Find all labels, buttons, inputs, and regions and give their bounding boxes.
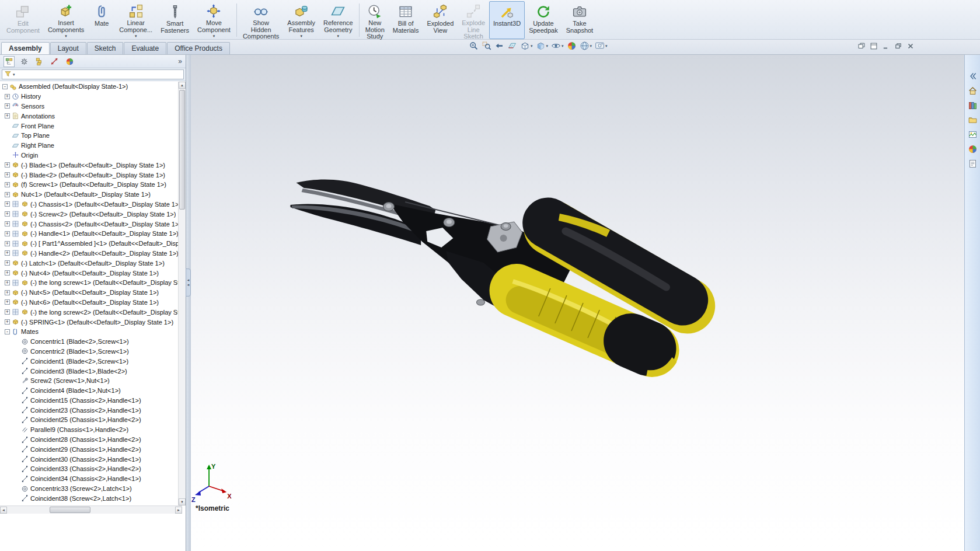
collapse-toggle[interactable]: - (5, 329, 10, 334)
propertymanager-tab[interactable] (19, 56, 30, 67)
apply-scene-button[interactable]: ▾ (579, 40, 593, 51)
tree-vertical-scrollbar[interactable]: ▲ ▼ (178, 82, 186, 505)
tab-sketch[interactable]: Sketch (87, 42, 124, 54)
tree-item[interactable]: -Assembled (Default<Display State-1>) (0, 82, 178, 92)
displaymanager-tab[interactable] (64, 56, 75, 67)
dropdown-caret-icon[interactable]: ▾ (135, 34, 137, 39)
tree-item[interactable]: +(f) Screw<1> (Default<<Default>_Display… (0, 180, 178, 190)
panel-splitter[interactable]: ◄◄ (186, 55, 191, 551)
tree-item[interactable]: +Nut<1> (Default<<Default>_Display State… (0, 190, 178, 200)
tree-item[interactable]: +History (0, 92, 178, 102)
expand-toggle[interactable]: + (5, 172, 10, 177)
section-view-button[interactable] (507, 40, 518, 51)
dropdown-caret-icon[interactable]: ▾ (300, 34, 302, 39)
file-explorer-button[interactable] (968, 115, 978, 125)
expand-toggle[interactable]: + (5, 94, 10, 99)
ribbon-button-linear-component-pattern[interactable]: LinearCompone...▾ (115, 1, 156, 39)
tree-item[interactable]: Concentric33 (Screw<2>,Latch<1>) (0, 484, 178, 494)
tree-item[interactable]: +(-) Screw<2> (Default<<Default>_Display… (0, 209, 178, 219)
ribbon-button-take-snapshot[interactable]: TakeSnapshot (562, 1, 597, 39)
tree-item[interactable]: Coincident3 (Blade<1>,Blade<2>) (0, 366, 178, 376)
tab-assembly[interactable]: Assembly (1, 42, 50, 54)
ribbon-button-new-motion-study[interactable]: NewMotionStudy (361, 1, 389, 39)
tree-item[interactable]: Top Plane (0, 131, 178, 141)
minimize-window-button[interactable] (882, 42, 890, 50)
tree-item[interactable]: Concentric2 (Blade<1>,Screw<1>) (0, 347, 178, 357)
expand-toggle[interactable]: + (5, 192, 10, 197)
view-settings-button[interactable]: ▾ (594, 40, 608, 51)
panel-overflow-button[interactable]: » (178, 57, 182, 65)
tree-item[interactable]: Coincident25 (Chassis<1>,Handle<2>) (0, 415, 178, 425)
cascade-windows-button[interactable] (857, 42, 866, 50)
tree-item[interactable]: Coincident29 (Chassis<1>,Handle<2>) (0, 444, 178, 454)
tree-item[interactable]: +(-) Chassis<1> (Default<<Default>_Displ… (0, 200, 178, 210)
expand-toggle[interactable]: + (5, 280, 10, 285)
tree-item[interactable]: Front Plane (0, 121, 178, 131)
tree-item[interactable]: Origin (0, 151, 178, 161)
tree-item[interactable]: Coincident38 (Screw<2>,Latch<1>) (0, 493, 178, 503)
tree-item[interactable]: Coincident34 (Chassis<2>,Handle<1>) (0, 474, 178, 484)
tree-item[interactable]: +Sensors (0, 102, 178, 111)
expand-task-pane-button[interactable] (968, 71, 978, 81)
tree-item[interactable]: -Mates (0, 327, 178, 337)
assembly-3d-model[interactable]: Y X Z (191, 55, 964, 551)
zoom-to-fit-button[interactable] (468, 40, 479, 51)
ribbon-button-assembly-features[interactable]: AssemblyFeatures▾ (283, 1, 319, 39)
horizontal-scroll-thumb[interactable] (50, 507, 90, 513)
scroll-down-button[interactable]: ▼ (179, 498, 186, 505)
scroll-left-button[interactable]: ◄ (0, 507, 7, 514)
edit-appearance-button[interactable] (566, 40, 577, 51)
expand-toggle[interactable]: + (5, 250, 10, 256)
ribbon-button-mate[interactable]: Mate (88, 1, 115, 39)
previous-view-button[interactable] (494, 40, 505, 51)
hide-show-items-button[interactable]: ▾ (550, 40, 564, 51)
tree-item[interactable]: +(-) the long screw<2> (Default<<Default… (0, 307, 178, 317)
expand-toggle[interactable]: + (5, 290, 10, 295)
tree-horizontal-scrollbar[interactable]: ◄ ► (0, 505, 182, 514)
ribbon-button-exploded-view[interactable]: ExplodedView (423, 1, 458, 39)
tree-item[interactable]: Coincident1 (Blade<2>,Screw<1>) (0, 356, 178, 366)
ribbon-button-smart-fasteners[interactable]: SmartFasteners (156, 1, 193, 39)
graphics-viewport[interactable]: Y X Z *Isometric (191, 55, 964, 551)
expand-toggle[interactable]: + (5, 211, 10, 217)
tree-item[interactable]: +(-) the long screw<1> (Default<<Default… (0, 278, 178, 288)
expand-toggle[interactable]: + (5, 241, 10, 246)
display-style-button[interactable]: ▾ (535, 40, 549, 51)
ribbon-button-reference-geometry[interactable]: ReferenceGeometry▾ (319, 1, 357, 39)
tree-item[interactable]: +Annotations (0, 111, 178, 121)
scroll-right-button[interactable]: ► (175, 507, 182, 514)
design-library-button[interactable] (968, 100, 978, 110)
expand-toggle[interactable]: + (5, 182, 10, 187)
ribbon-button-show-hidden-components[interactable]: ShowHiddenComponents (239, 1, 283, 39)
ribbon-button-insert-components[interactable]: InsertComponents▾ (44, 1, 88, 39)
dropdown-caret-icon[interactable]: ▾ (213, 34, 215, 39)
scroll-up-button[interactable]: ▲ (179, 82, 186, 89)
dropdown-caret-icon[interactable]: ▾ (590, 44, 592, 48)
tree-item[interactable]: +(-) Nut<4> (Default<<Default>_Display S… (0, 268, 178, 278)
tree-item[interactable]: +(-) Blade<1> (Default<<Default>_Display… (0, 160, 178, 170)
tree-item[interactable]: +(-) SPRING<1> (Default<<Default>_Displa… (0, 317, 178, 327)
dropdown-caret-icon[interactable]: ▾ (605, 44, 608, 48)
tree-item[interactable]: Parallel9 (Chassis<1>,Handle<2>) (0, 425, 178, 435)
filter-input[interactable]: ▾ (2, 69, 184, 79)
featuremanager-tab[interactable] (4, 56, 15, 67)
tree-item[interactable]: +(-) Nut<6> (Default<<Default>_Display S… (0, 298, 178, 308)
configurationmanager-tab[interactable] (34, 56, 45, 67)
filter-caret-icon[interactable]: ▾ (13, 72, 15, 77)
expand-toggle[interactable]: + (5, 270, 10, 276)
ribbon-button-move-component[interactable]: MoveComponent▾ (193, 1, 235, 39)
tree-item[interactable]: Coincident33 (Chassis<2>,Handle<2>) (0, 464, 178, 474)
tab-office-products[interactable]: Office Products (167, 42, 230, 54)
tree-item[interactable]: +(-) Nut<5> (Default<<Default>_Display S… (0, 288, 178, 298)
tree-item[interactable]: Coincident4 (Blade<1>,Nut<1>) (0, 386, 178, 396)
view-palette-button[interactable] (968, 130, 978, 140)
dropdown-caret-icon[interactable]: ▾ (546, 44, 549, 48)
tile-windows-button[interactable] (870, 42, 878, 50)
tree-item[interactable]: Coincident30 (Chassis<2>,Handle<1>) (0, 454, 178, 464)
expand-toggle[interactable]: + (5, 103, 10, 109)
expand-toggle[interactable]: + (5, 299, 10, 305)
dropdown-caret-icon[interactable]: ▾ (65, 34, 67, 39)
tree-item[interactable]: Coincident23 (Chassis<2>,Handle<1>) (0, 405, 178, 415)
view-orientation-button[interactable]: ▾ (519, 40, 533, 51)
expand-toggle[interactable]: + (5, 113, 10, 118)
